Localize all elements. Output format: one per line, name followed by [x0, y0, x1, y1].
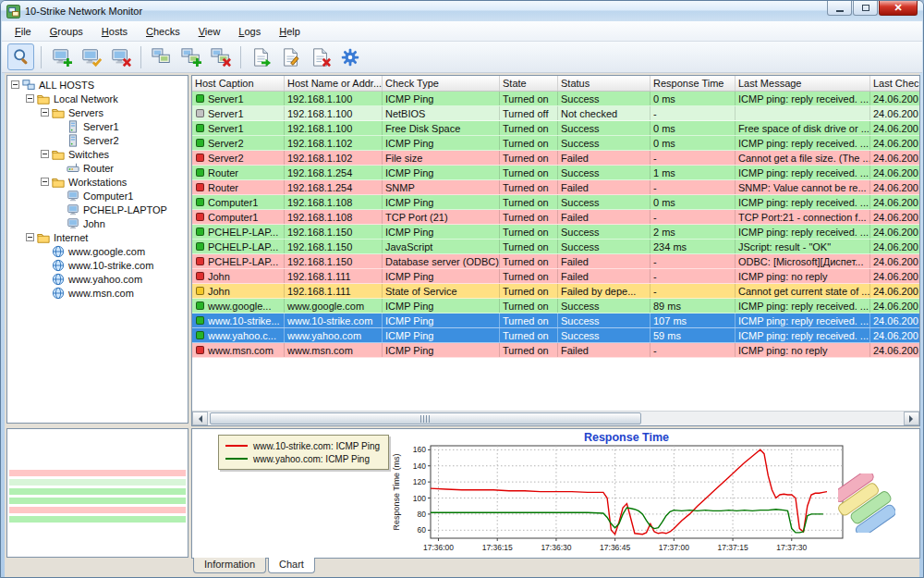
monitoring-add-button[interactable] [177, 43, 204, 70]
state-cell: Turned on [500, 151, 558, 165]
status-led-icon [196, 94, 204, 103]
status-led-icon [196, 139, 204, 147]
tree-item-pchelp-laptop[interactable]: PCHELP-LAPTOP [7, 203, 188, 216]
svg-text:60: 60 [418, 525, 427, 535]
scroll-right-button[interactable] [904, 412, 919, 425]
svg-text:140: 140 [413, 461, 426, 471]
host-check-row[interactable]: Router192.168.1.254ICMP PingTurned onSuc… [192, 166, 919, 180]
tree-item-www-google-com[interactable]: www.google.com [7, 244, 188, 258]
tree-item-workstations[interactable]: Workstations [7, 175, 188, 189]
tree-expander-icon[interactable] [41, 108, 49, 117]
host-check-row[interactable]: PCHELP-LAP...192.168.1.150JavaScriptTurn… [192, 240, 919, 254]
host-caption-cell: Computer1 [192, 210, 285, 224]
host-address-cell: 192.168.1.111 [285, 284, 383, 298]
tab-chart[interactable]: Chart [268, 558, 315, 573]
column-header-state[interactable]: State [500, 76, 558, 91]
menu-logs[interactable]: Logs [229, 23, 270, 40]
column-header-host-name-or-addr[interactable]: Host Name or Addr... [285, 76, 383, 91]
legend-line-icon [225, 445, 248, 447]
menu-checks[interactable]: Checks [137, 23, 189, 40]
tree-expander-icon[interactable] [41, 150, 49, 158]
host-caption-cell: PCHELP-LAP... [192, 225, 285, 239]
column-header-last-chec[interactable]: Last Chec... [870, 76, 920, 91]
status-led-icon [196, 257, 204, 265]
tree-expander-icon[interactable] [26, 233, 34, 241]
tab-information[interactable]: Information [193, 558, 266, 573]
check-type-cell: ICMP Ping [383, 269, 500, 283]
monitoring-stop-button[interactable] [207, 43, 234, 70]
tree-item-local-network[interactable]: Local Network [7, 92, 188, 105]
add-check-button[interactable] [78, 43, 104, 70]
tree-item-servers[interactable]: Servers [7, 105, 188, 119]
last-check-cell: 24.06.200 [870, 106, 920, 120]
tree-item-server1[interactable]: Server1 [7, 119, 188, 133]
close-button[interactable]: ✕ [879, 1, 918, 16]
search-button[interactable] [7, 43, 34, 70]
host-check-row[interactable]: Router192.168.1.254SNMPTurned onFailed-S… [192, 180, 919, 195]
host-check-row[interactable]: www.google...www.google.comICMP PingTurn… [192, 299, 919, 314]
column-header-last-message[interactable]: Last Message [736, 76, 870, 91]
monitoring-hosts-button[interactable] [148, 43, 175, 70]
menu-file[interactable]: File [6, 23, 41, 40]
menu-groups[interactable]: Groups [41, 23, 92, 40]
tree-item-all-hosts[interactable]: ALL HOSTS [7, 78, 188, 92]
tree-item-computer1[interactable]: Computer1 [7, 189, 188, 203]
minimize-button[interactable] [827, 1, 852, 16]
host-check-row[interactable]: PCHELP-LAP...192.168.1.150Database serve… [192, 254, 919, 269]
host-check-row[interactable]: www.10-strike...www.10-strike.comICMP Pi… [192, 314, 919, 328]
scroll-thumb[interactable] [210, 412, 641, 424]
host-check-row[interactable]: John192.168.1.111ICMP PingTurned onFaile… [192, 269, 919, 284]
column-header-host-caption[interactable]: Host Caption [192, 76, 285, 91]
maximize-button[interactable] [853, 1, 878, 16]
column-header-response-time[interactable]: Response Time [650, 76, 736, 91]
column-header-check-type[interactable]: Check Type [383, 76, 500, 91]
status-led-icon [196, 183, 204, 191]
tree-item-www-10-strike-com[interactable]: www.10-strike.com [7, 258, 188, 272]
response-time-cell: 89 ms [650, 299, 736, 313]
menu-hosts[interactable]: Hosts [92, 23, 137, 40]
tree-item-router[interactable]: Router [7, 161, 188, 175]
host-address-cell: 192.168.1.150 [285, 225, 383, 239]
host-check-row[interactable]: Server2192.168.1.102File sizeTurned onFa… [192, 151, 919, 166]
tree-item-internet[interactable]: Internet [7, 230, 188, 244]
tree-item-server2[interactable]: Server2 [7, 133, 188, 147]
gear-icon [340, 47, 360, 68]
scroll-track[interactable] [208, 412, 904, 425]
table-hscrollbar[interactable] [192, 411, 919, 425]
edit-report-button[interactable] [277, 43, 304, 70]
window-title: 10-Strike Network Monitor [25, 6, 142, 17]
scroll-left-button[interactable] [192, 412, 208, 425]
menu-help[interactable]: Help [270, 23, 310, 40]
host-check-row[interactable]: Server1192.168.1.100ICMP PingTurned onSu… [192, 92, 919, 106]
state-cell: Turned on [500, 166, 558, 179]
tree-item-label: www.10-strike.com [68, 260, 153, 271]
host-check-row[interactable]: Computer1192.168.1.108ICMP PingTurned on… [192, 195, 919, 210]
tree-item-john[interactable]: John [7, 216, 188, 230]
host-check-row[interactable]: Server2192.168.1.102ICMP PingTurned onSu… [192, 136, 919, 151]
host-check-row[interactable]: Server1192.168.1.100NetBIOSTurned offNot… [192, 106, 919, 121]
tree-expander-icon[interactable] [11, 80, 19, 89]
tree-expander-icon[interactable] [26, 94, 34, 103]
tree-expander-icon[interactable] [41, 178, 49, 186]
last-check-cell: 24.06.200 [870, 92, 920, 105]
menu-view[interactable]: View [189, 23, 230, 40]
delete-host-button[interactable] [107, 43, 134, 70]
settings-button[interactable] [336, 43, 363, 70]
last-message-cell: ICMP ping: no reply [736, 343, 870, 357]
host-check-row[interactable]: John192.168.1.111State of ServiceTurned … [192, 284, 919, 299]
column-header-status[interactable]: Status [558, 76, 650, 91]
host-check-row[interactable]: Computer1192.168.1.108TCP Port (21)Turne… [192, 210, 919, 225]
host-check-row[interactable]: Server1192.168.1.100Free Disk SpaceTurne… [192, 121, 919, 136]
tree-item-switches[interactable]: Switches [7, 147, 188, 161]
delete-report-button[interactable] [307, 43, 334, 70]
host-check-row[interactable]: www.yahoo.c...www.yahoo.comICMP PingTurn… [192, 328, 919, 343]
host-caption-cell: PCHELP-LAP... [192, 240, 285, 253]
add-host-button[interactable] [48, 43, 75, 70]
host-check-row[interactable]: PCHELP-LAP...192.168.1.150ICMP PingTurne… [192, 225, 919, 240]
response-time-cell: - [650, 269, 736, 283]
export-report-button[interactable] [248, 43, 274, 70]
tree-item-www-msn-com[interactable]: www.msn.com [7, 286, 188, 300]
host-check-row[interactable]: www.msn.comwww.msn.comICMP PingTurned on… [192, 343, 919, 358]
scroll-left-icon [195, 415, 202, 423]
tree-item-www-yahoo-com[interactable]: www.yahoo.com [7, 272, 188, 286]
